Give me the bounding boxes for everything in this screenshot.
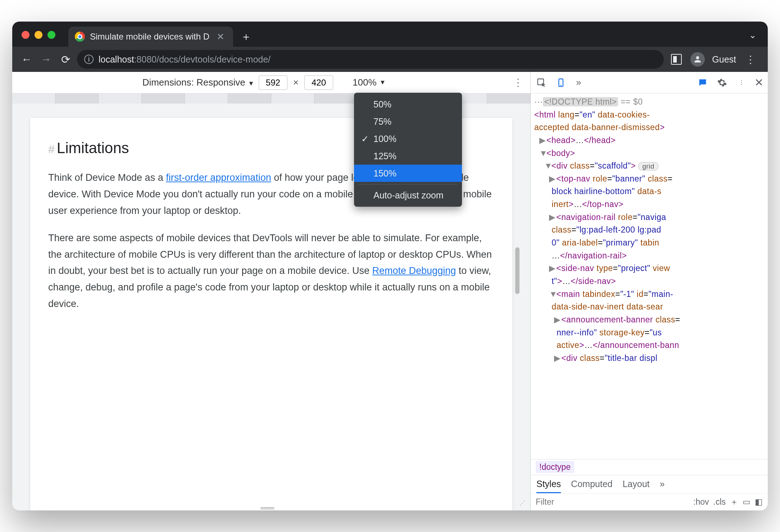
new-style-rule-icon[interactable]: ＋ [730, 496, 738, 508]
close-tab-icon[interactable]: ✕ [214, 31, 227, 42]
elements-tree[interactable]: ⋯<!DOCTYPE html> == $0 <html lang="en" d… [531, 93, 768, 459]
browser-tab[interactable]: Simulate mobile devices with D ✕ [68, 27, 233, 47]
zoom-dropdown[interactable]: 100% ▼ [353, 77, 386, 88]
dimensions-dropdown[interactable]: Dimensions: Responsive ▼ [142, 77, 254, 88]
forward-button[interactable]: → [38, 51, 54, 67]
filter-input[interactable] [536, 497, 572, 507]
anchor-icon[interactable]: # [48, 143, 55, 156]
browser-menu-button[interactable]: ⋮ [740, 54, 761, 65]
devtools-menu-icon[interactable]: ⋮ [735, 76, 748, 89]
back-button[interactable]: ← [19, 51, 35, 67]
paragraph-2: There are some aspects of mobile devices… [48, 230, 494, 312]
link-remote-debugging[interactable]: Remote Debugging [372, 265, 456, 276]
link-first-order[interactable]: first-order approximation [166, 172, 271, 183]
close-window-icon[interactable] [22, 31, 30, 39]
inspect-element-icon[interactable] [535, 76, 548, 89]
tab-title: Simulate mobile devices with D [90, 32, 209, 42]
dimension-separator: × [292, 77, 300, 88]
zoom-auto-adjust[interactable]: Auto-adjust zoom [354, 187, 462, 204]
height-input[interactable] [304, 75, 333, 90]
messages-icon[interactable] [696, 76, 709, 89]
toggle-device-icon[interactable] [554, 76, 567, 89]
content-area: Dimensions: Responsive ▼ × 100% ▼ ⋮ 50% … [12, 72, 768, 510]
minimize-window-icon[interactable] [35, 31, 42, 39]
close-devtools-icon[interactable]: ✕ [754, 76, 763, 89]
reload-button[interactable]: ⟳ [58, 51, 73, 67]
grid-badge[interactable]: grid [638, 162, 658, 170]
zoom-option-75[interactable]: 75% [354, 113, 462, 130]
profile-avatar-icon[interactable] [690, 52, 705, 66]
title-bar: Simulate mobile devices with D ✕ ＋ ⌄ [12, 22, 768, 47]
hov-button[interactable]: :hov [693, 497, 709, 507]
profile-label: Guest [712, 54, 736, 65]
tab-layout[interactable]: Layout [622, 479, 649, 493]
zoom-menu: 50% 75% 100% 125% 150% Auto-adjust zoom [354, 93, 462, 207]
window-controls [12, 31, 65, 47]
devtools-panel: » ⋮ ✕ ⋯<!DOCTYPE html> == $0 <html lang=… [530, 72, 768, 510]
address-bar: ← → ⟳ i localhost:8080/docs/devtools/dev… [12, 47, 768, 72]
devtools-toolbar: » ⋮ ✕ [531, 72, 768, 93]
chrome-favicon-icon [75, 32, 85, 42]
zoom-option-50[interactable]: 50% [354, 96, 462, 113]
resize-handle-corner[interactable]: ⋰ [520, 500, 528, 508]
side-panel-icon[interactable] [671, 54, 682, 65]
breadcrumb[interactable]: !doctype [531, 459, 768, 475]
device-toolbar: Dimensions: Responsive ▼ × 100% ▼ ⋮ [12, 72, 530, 93]
styles-toolbar: :hov .cls ＋ ▭ ◧ [531, 493, 768, 510]
resize-handle-bottom[interactable]: ═══ [260, 504, 282, 507]
zoom-option-150[interactable]: 150% [354, 165, 462, 182]
cls-button[interactable]: .cls [713, 497, 726, 507]
menu-separator [358, 184, 458, 184]
width-input[interactable] [259, 75, 287, 90]
tab-styles[interactable]: Styles [536, 479, 561, 493]
more-panels-icon[interactable]: » [576, 77, 581, 88]
computed-styles-icon[interactable]: ▭ [743, 497, 750, 507]
scrollbar-thumb[interactable] [515, 247, 520, 294]
maximize-window-icon[interactable] [47, 31, 55, 39]
tab-overflow-icon[interactable]: ⌄ [749, 30, 768, 47]
new-tab-button[interactable]: ＋ [237, 28, 255, 45]
styles-tabs: Styles Computed Layout » [531, 475, 768, 493]
zoom-option-125[interactable]: 125% [354, 147, 462, 165]
site-info-icon[interactable]: i [84, 55, 94, 64]
toggle-sidebar-icon[interactable]: ◧ [755, 497, 763, 507]
url-text: localhost:8080/docs/devtools/device-mode… [99, 54, 271, 65]
settings-icon[interactable] [716, 76, 729, 89]
browser-window: Simulate mobile devices with D ✕ ＋ ⌄ ← →… [12, 22, 768, 510]
zoom-option-100[interactable]: 100% [354, 130, 462, 147]
tab-computed[interactable]: Computed [571, 479, 612, 493]
device-mode-panel: Dimensions: Responsive ▼ × 100% ▼ ⋮ 50% … [12, 72, 530, 510]
more-style-tabs-icon[interactable]: » [660, 479, 665, 493]
device-toolbar-menu[interactable]: ⋮ [513, 77, 523, 88]
url-input[interactable]: i localhost:8080/docs/devtools/device-mo… [77, 50, 664, 69]
